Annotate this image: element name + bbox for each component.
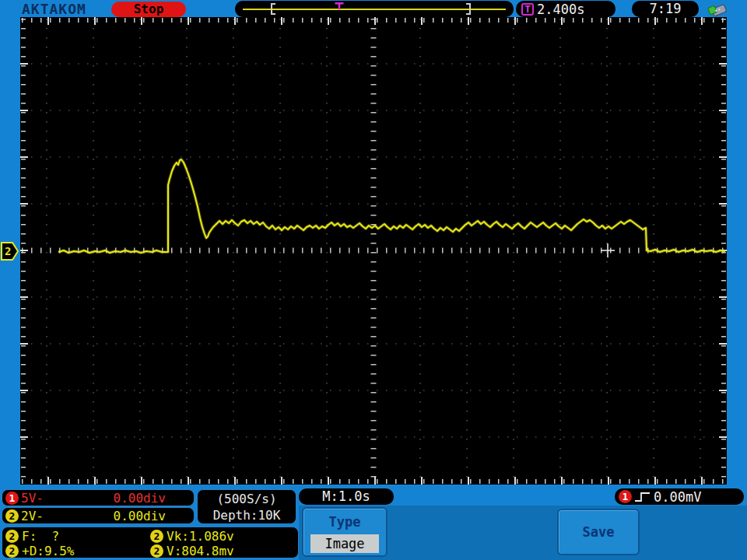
timebase-pill: M:1.0s (299, 488, 394, 505)
measure-ch-badge: 2 (150, 530, 163, 543)
soft-menu-panel: Type Image Save (299, 506, 747, 560)
graticule-grid (20, 17, 727, 485)
measure-ch-badge: 2 (5, 544, 19, 558)
trigger-time-pill: T 2.400s (516, 1, 615, 17)
rising-edge-icon (634, 491, 651, 503)
measurements-box: 2 F: ? 2 Vk:1.086v 2 +D:9.5% 2 V:804.8mv (2, 527, 299, 558)
measurement-value: F: ? (22, 529, 59, 544)
type-button-value[interactable]: Image (310, 534, 379, 553)
trigger-source-badge: 1 (619, 490, 632, 503)
save-button[interactable]: Save (557, 509, 640, 555)
run-state-badge: Stop (111, 2, 186, 17)
channel1-scale: 5V- (21, 491, 44, 506)
trigger-time-value: 2.400s (537, 2, 584, 17)
window-left-bracket (271, 3, 275, 15)
type-button[interactable]: Type Image (302, 507, 388, 557)
measurement-vk: 2 Vk:1.086v (150, 529, 298, 544)
measurement-voltage: 2 V:804.8mv (150, 544, 298, 558)
measurement-value: V:804.8mv (167, 544, 234, 558)
trigger-position-marker-icon (335, 2, 344, 9)
channel2-badge: 2 (5, 509, 19, 523)
usb-drive-icon (705, 1, 730, 18)
measurement-frequency: 2 F: ? (5, 529, 150, 544)
measurement-duty: 2 +D:9.5% (5, 544, 150, 558)
acquisition-info-box: (500S/s) Depth:10K (197, 489, 296, 524)
window-right-bracket (466, 3, 471, 15)
waveform-display (20, 17, 727, 485)
channel2-position: 0.00div (114, 509, 166, 523)
trigger-level-value: 0.00mV (654, 489, 701, 505)
channel1-info-box: 1 5V- 0.00div (2, 489, 195, 506)
measure-ch-badge: 2 (5, 530, 19, 543)
brand-logo: AKTAKOM (22, 1, 86, 17)
type-button-label: Type (303, 514, 386, 530)
clock: 7:19 (632, 1, 699, 17)
channel2-info-box: 2 2V- 0.00div (2, 507, 195, 524)
trigger-level-pill: 1 0.00mV (615, 488, 744, 505)
measure-ch-badge: 2 (150, 544, 163, 558)
channel1-position: 0.00div (114, 491, 166, 506)
measurement-value: +D:9.5% (22, 544, 74, 558)
channel2-scale: 2V- (21, 509, 44, 523)
sample-rate: (500S/s) (198, 491, 296, 507)
channel2-position-marker[interactable]: 2 (1, 241, 19, 261)
memory-depth: Depth:10K (198, 507, 296, 523)
oscilloscope-screen: AKTAKOM Stop T 2.400s 7:19 2 1 5V- 0.00 (0, 0, 747, 560)
waveform-trace-ch2 (58, 159, 725, 253)
svg-text:2: 2 (5, 245, 11, 257)
memory-window-bar[interactable] (235, 1, 514, 17)
measurement-value: Vk:1.086v (167, 529, 234, 544)
trigger-t-icon: T (521, 3, 534, 16)
channel1-badge: 1 (5, 492, 19, 505)
waveform-trace-glow (58, 159, 725, 253)
